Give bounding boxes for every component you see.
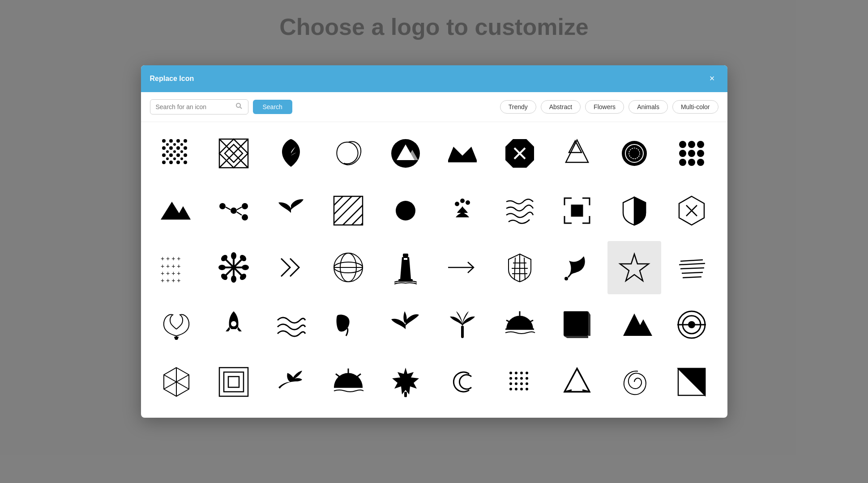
svg-point-0 xyxy=(236,103,240,107)
icon-nested-squares[interactable] xyxy=(207,355,261,409)
icon-diagonal-stripes[interactable] xyxy=(321,184,375,237)
icon-double-triangle[interactable] xyxy=(550,127,604,180)
svg-point-144 xyxy=(520,372,523,374)
icon-spiral-circle[interactable] xyxy=(607,355,661,409)
icon-bird-dove[interactable] xyxy=(264,355,318,409)
icon-wax-seal[interactable] xyxy=(607,127,661,180)
search-input[interactable] xyxy=(156,103,232,110)
icon-x-octagon[interactable] xyxy=(493,127,547,180)
icon-mountains[interactable] xyxy=(150,184,204,237)
svg-point-116 xyxy=(175,337,178,339)
icon-shield-half[interactable] xyxy=(607,184,661,237)
filter-multicolor[interactable]: Multi-color xyxy=(672,100,718,114)
icon-maple-leaf[interactable] xyxy=(379,355,432,409)
icon-geometric-square[interactable] xyxy=(207,127,261,180)
icon-network-nodes[interactable] xyxy=(207,184,261,237)
svg-point-49 xyxy=(679,159,686,166)
icon-sunrise[interactable] xyxy=(321,355,375,409)
icon-laurel-wreath[interactable] xyxy=(150,298,204,352)
svg-point-5 xyxy=(184,139,187,143)
icon-rocket[interactable] xyxy=(207,298,261,352)
icon-brush-strokes[interactable] xyxy=(321,298,375,352)
icon-shield-mesh[interactable] xyxy=(493,241,547,295)
svg-point-18 xyxy=(166,143,169,146)
icon-dot-grid-pattern[interactable] xyxy=(493,355,547,409)
icon-hexagon-x[interactable] xyxy=(665,184,718,237)
svg-point-8 xyxy=(176,146,180,150)
svg-point-70 xyxy=(466,200,470,205)
icon-cross-pattern[interactable]: + + + + + + + + + + + + + + + + xyxy=(150,241,204,295)
close-button[interactable]: × xyxy=(706,72,718,85)
svg-line-114 xyxy=(682,272,703,273)
svg-point-21 xyxy=(166,150,169,153)
icon-star-outlined[interactable] xyxy=(607,241,661,295)
svg-point-150 xyxy=(509,382,512,385)
icon-speed-lines[interactable] xyxy=(665,241,718,295)
filter-tags: Trendy Abstract Flowers Animals Multi-co… xyxy=(500,100,718,114)
icon-scan-frame[interactable] xyxy=(550,184,604,237)
svg-point-20 xyxy=(180,143,183,146)
filter-abstract[interactable]: Abstract xyxy=(541,100,581,114)
icon-globe-sphere[interactable] xyxy=(321,241,375,295)
icon-waves[interactable] xyxy=(264,298,318,352)
svg-point-54 xyxy=(231,208,237,214)
svg-line-59 xyxy=(237,207,242,210)
svg-text:+ + + +: + + + + xyxy=(161,263,180,270)
icon-grid: + + + + + + + + + + + + + + + + xyxy=(150,127,718,409)
filter-flowers[interactable]: Flowers xyxy=(585,100,624,114)
svg-point-23 xyxy=(180,150,183,153)
icon-leaf-branch[interactable] xyxy=(264,184,318,237)
icon-nine-dots[interactable] xyxy=(665,127,718,180)
filter-animals[interactable]: Animals xyxy=(629,100,668,114)
icon-double-chevron[interactable] xyxy=(264,241,318,295)
svg-point-26 xyxy=(180,157,183,160)
icon-shooting-star[interactable] xyxy=(550,241,604,295)
svg-point-147 xyxy=(515,377,517,380)
icon-target-circle[interactable] xyxy=(665,298,718,352)
svg-rect-136 xyxy=(228,377,239,387)
svg-rect-123 xyxy=(564,311,588,336)
icon-mountain-circle[interactable] xyxy=(379,127,432,180)
svg-point-117 xyxy=(231,321,236,326)
icon-fabric-square[interactable] xyxy=(550,298,604,352)
svg-text:+ + + +: + + + + xyxy=(161,270,180,277)
svg-rect-135 xyxy=(224,372,244,392)
filter-trendy[interactable]: Trendy xyxy=(500,100,536,114)
svg-point-2 xyxy=(162,139,166,143)
search-area: Search xyxy=(150,99,292,114)
icon-sunset-sun[interactable] xyxy=(493,298,547,352)
svg-point-9 xyxy=(184,146,187,150)
icon-half-square[interactable] xyxy=(665,355,718,409)
icon-asterisk-flower[interactable] xyxy=(207,241,261,295)
svg-line-1 xyxy=(240,107,242,109)
svg-line-138 xyxy=(336,374,339,377)
icon-scribble-circle[interactable] xyxy=(321,127,375,180)
icon-arrow-right[interactable] xyxy=(436,241,490,295)
icon-botanical-flowers[interactable] xyxy=(436,184,490,237)
svg-point-56 xyxy=(242,203,248,209)
svg-point-151 xyxy=(515,382,517,385)
icon-mountain-peaks[interactable] xyxy=(607,298,661,352)
icon-c-currency[interactable] xyxy=(436,355,490,409)
svg-point-6 xyxy=(162,146,166,150)
icon-palm-tree[interactable] xyxy=(436,298,490,352)
search-button[interactable]: Search xyxy=(253,100,292,114)
modal-overlay: Replace Icon × Search Trendy A xyxy=(0,0,868,483)
icon-grid-container[interactable]: + + + + + + + + + + + + + + + + xyxy=(141,122,727,418)
icon-crown[interactable] xyxy=(436,127,490,180)
icon-hexagon-outline[interactable] xyxy=(150,355,204,409)
icon-dots-pattern[interactable] xyxy=(150,127,204,180)
svg-point-143 xyxy=(515,372,517,374)
svg-line-113 xyxy=(680,268,704,269)
icon-scribble-lines[interactable] xyxy=(493,184,547,237)
icon-lighthouse[interactable] xyxy=(379,241,432,295)
svg-point-148 xyxy=(520,377,523,380)
icon-impossible-triangle[interactable] xyxy=(550,355,604,409)
svg-point-44 xyxy=(688,141,695,148)
svg-point-7 xyxy=(169,146,173,150)
icon-botanical-leaf[interactable] xyxy=(264,127,318,180)
icon-palm-leaf[interactable] xyxy=(379,298,432,352)
svg-line-62 xyxy=(334,196,343,205)
svg-point-109 xyxy=(564,277,568,280)
icon-floral-splash[interactable] xyxy=(379,184,432,237)
